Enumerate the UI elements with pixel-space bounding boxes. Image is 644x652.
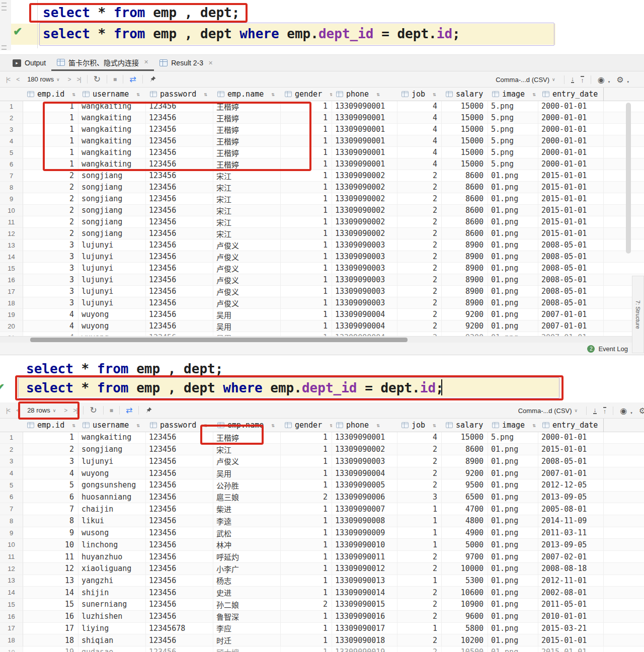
table-cell[interactable]: 13309090003 (332, 274, 397, 286)
table-cell[interactable]: 1 (281, 309, 332, 320)
sort-icon[interactable]: ⇅ (376, 422, 380, 429)
table-cell[interactable]: 1 (281, 274, 332, 286)
table-cell[interactable]: 13309090003 (332, 455, 397, 467)
table-cell[interactable]: songjiang (78, 216, 146, 228)
next-page-button[interactable]: > (64, 407, 67, 414)
table-cell[interactable]: 1 (281, 611, 332, 623)
table-cell[interactable]: 123456 (146, 251, 213, 263)
table-cell[interactable]: 13309090004 (332, 332, 397, 336)
table-cell[interactable]: 9600 (442, 611, 488, 623)
table-cell[interactable]: 2008-05-01 (538, 251, 604, 263)
row-number[interactable]: 8 (0, 182, 23, 193)
table-cell[interactable]: 3 (23, 286, 78, 297)
table-cell[interactable]: 13309090008 (332, 515, 397, 527)
column-header-entry_date[interactable]: entry_date⇅ (538, 88, 604, 101)
table-row[interactable]: 61wangkaiting123456王楷婷113309090001415000… (0, 158, 644, 170)
table-cell[interactable]: 13309090001 (332, 124, 397, 135)
table-cell[interactable]: 2015-03-21 (538, 623, 604, 635)
table-cell[interactable]: 13309090013 (332, 575, 397, 587)
table-cell[interactable]: lujunyi (78, 274, 146, 286)
settings-gear-icon[interactable]: ⚙ (639, 406, 644, 416)
table-cell[interactable]: 01.png (488, 563, 538, 575)
table-cell[interactable]: 01.png (488, 623, 538, 635)
table-cell[interactable]: 17 (23, 623, 78, 635)
table-cell[interactable]: chaijin (78, 503, 146, 515)
table-row[interactable]: 1212xiaoliguang123456小李广1133090900122100… (0, 563, 644, 575)
row-number[interactable]: 12 (0, 563, 23, 575)
table-cell[interactable]: 吴用 (213, 309, 281, 320)
table-cell[interactable]: 4 (397, 135, 442, 147)
scrollbar-thumb[interactable] (30, 338, 408, 342)
table-cell[interactable]: 123456 (146, 239, 213, 251)
table-cell[interactable]: 8900 (442, 455, 488, 467)
rows-count-dropdown[interactable]: 180 rows ∨ (25, 74, 61, 84)
column-header-salary[interactable]: salary⇅ (442, 88, 488, 101)
table-cell[interactable]: 13309090007 (332, 503, 397, 515)
table-cell[interactable]: 123456 (146, 587, 213, 599)
table-cell[interactable]: 卢俊义 (213, 286, 281, 297)
table-cell[interactable]: 1 (281, 182, 332, 193)
prev-page-button[interactable]: < (16, 76, 19, 83)
table-cell[interactable]: 王楷婷 (213, 124, 281, 135)
table-cell[interactable]: 13309090001 (332, 432, 397, 444)
table-cell[interactable]: 15000 (442, 112, 488, 124)
table-cell[interactable]: 5.png (488, 432, 538, 444)
table-cell[interactable]: 1 (281, 563, 332, 575)
table-cell[interactable]: 123456 (146, 444, 213, 456)
table-cell[interactable]: 1 (397, 575, 442, 587)
table-cell[interactable]: 01.png (488, 575, 538, 587)
table-cell[interactable]: 01.png (488, 170, 538, 182)
table-cell[interactable]: 1 (281, 575, 332, 587)
row-number[interactable]: 1 (0, 101, 23, 112)
table-cell[interactable]: wangkaiting (78, 158, 146, 170)
refresh-icon[interactable]: ↻ (90, 406, 97, 415)
column-header-entry_date[interactable]: entry_date⇅ (538, 419, 604, 432)
table-cell[interactable]: 1 (281, 101, 332, 112)
row-number[interactable]: 13 (0, 575, 23, 587)
table-cell[interactable]: 10500 (442, 646, 488, 652)
table-cell[interactable]: 2015-01-01 (538, 228, 604, 239)
table-cell[interactable]: 2013-09-05 (538, 492, 604, 504)
rows-count-dropdown[interactable]: 28 rows ∨ (25, 405, 58, 415)
table-cell[interactable]: 8600 (442, 182, 488, 193)
table-cell[interactable]: yangzhi (78, 575, 146, 587)
table-cell[interactable]: 2008-08-18 (538, 563, 604, 575)
table-cell[interactable]: 公孙胜 (213, 479, 281, 492)
table-cell[interactable]: lujunyi (78, 251, 146, 263)
table-cell[interactable]: sunerniang (78, 599, 146, 611)
export-format-dropdown[interactable]: Comma-...d (CSV) ∨ (516, 406, 580, 416)
table-cell[interactable]: 2000-01-01 (538, 101, 604, 112)
table-cell[interactable]: 01.png (488, 599, 538, 611)
table-cell[interactable]: 123456 (146, 228, 213, 239)
table-cell[interactable]: 1 (281, 432, 332, 444)
table-cell[interactable]: 13309090011 (332, 551, 397, 563)
table-cell[interactable]: wuyong (78, 309, 146, 320)
column-header-emp.name[interactable]: emp.name⇅ (213, 88, 281, 101)
prev-page-button[interactable]: < (16, 407, 19, 414)
table-cell[interactable]: 宋江 (213, 170, 281, 182)
table-cell[interactable]: 李逵 (213, 515, 281, 527)
table-row[interactable]: 1010linchong123456林冲1133090900101500001.… (0, 539, 644, 551)
column-header-gender[interactable]: gender⇅ (281, 88, 332, 101)
table-cell[interactable]: 9200 (442, 467, 488, 479)
table-cell[interactable]: 1 (281, 135, 332, 147)
table-cell[interactable]: 9700 (442, 551, 488, 563)
table-cell[interactable]: 01.png (488, 587, 538, 599)
table-cell[interactable]: 1 (281, 527, 332, 539)
table-cell[interactable]: 8900 (442, 286, 488, 297)
table-cell[interactable]: 13309090002 (332, 228, 397, 239)
table-row[interactable]: 99wusong123456武松1133090900091490001.png2… (0, 527, 644, 539)
table-cell[interactable]: 8600 (442, 205, 488, 216)
table-cell[interactable]: 卢俊义 (213, 455, 281, 467)
table-cell[interactable]: 1 (281, 297, 332, 309)
table-cell[interactable]: 123456 (146, 170, 213, 182)
row-number[interactable]: 4 (0, 135, 23, 147)
table-cell[interactable]: 13309090001 (332, 135, 397, 147)
table-cell[interactable]: likui (78, 515, 146, 527)
row-number[interactable]: 14 (0, 251, 23, 263)
table-row[interactable]: 22songjiang123456宋江1133090900022860001.p… (0, 444, 644, 456)
table-cell[interactable]: 123456 (146, 575, 213, 587)
table-cell[interactable]: 10 (23, 539, 78, 551)
table-cell[interactable]: 扈三娘 (213, 492, 281, 504)
table-cell[interactable]: 13309090015 (332, 599, 397, 611)
